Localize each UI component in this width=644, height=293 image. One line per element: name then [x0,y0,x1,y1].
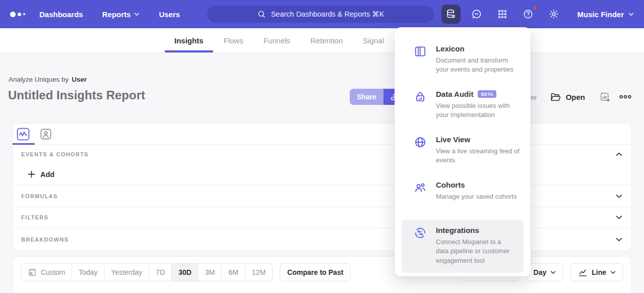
tab-insights[interactable]: Insights [174,28,204,52]
breadcrumb: Analyze Uniques byUser [0,53,644,83]
menu-item-description: Manage your saved cohorts [436,192,517,201]
interval-label: Day [534,268,547,276]
menu-item-title: Live View [436,135,521,144]
add-to-board-button[interactable] [599,91,611,103]
report-tabbar: Insights Flows Funnels Retention Signal … [0,28,644,53]
content-area: Analyze Uniques byUser Untitled Insights… [0,53,644,293]
chevron-down-icon [610,271,616,274]
events-cohorts-label: EVENTS & COHORTS [21,151,89,157]
share-button[interactable]: Share [350,89,383,105]
events-cohorts-section-header[interactable]: EVENTS & COHORTS [13,145,631,164]
project-name: Music Finder [577,10,624,19]
menu-item-live-view[interactable]: Live View View a live streaming feed of … [395,129,531,174]
query-builder-card: EVENTS & COHORTS Add FORMULAS FILTERS BR… [12,123,632,251]
calendar-icon [28,268,37,277]
chart-toolbar-card: Custom Today Yesterday 7D 30D 3M 6M 12M … [12,256,632,293]
chevron-down-icon[interactable] [616,215,622,219]
filters-label: FILTERS [21,214,48,220]
chart-type-select[interactable]: Line [570,263,623,281]
menu-item-title: Lexicon [436,44,521,53]
menu-item-title: Integrations [436,226,513,235]
menu-item-description: View possible issues with your implement… [436,101,521,120]
cohorts-icon [414,181,427,214]
nav-item-reports[interactable]: Reports [102,10,140,19]
range-yesterday-button[interactable]: Yesterday [105,264,150,281]
builder-view-tabs [13,124,631,145]
nav-item-users-label: Users [159,10,180,19]
data-management-button[interactable] [441,5,461,24]
plus-icon [28,170,35,178]
database-gear-icon [445,9,457,20]
chart-pulse-icon [17,128,30,141]
top-nav: Dashboards Reports Users Search Dashboar… [0,0,644,28]
nav-actions: Music Finder [441,5,634,24]
chevron-down-icon [550,271,556,274]
filters-section-header[interactable]: FILTERS [13,207,631,227]
range-30d-button[interactable]: 30D [172,264,199,281]
add-event-button[interactable]: Add [13,164,631,185]
globe-icon [414,135,427,168]
open-report-button[interactable]: Open [550,91,585,103]
nav-item-users[interactable]: Users [159,10,180,19]
notification-dot [533,6,538,11]
chevron-up-icon[interactable] [616,152,622,156]
report-actions: New Open [521,89,632,105]
analyze-label: Analyze Uniques by [9,76,69,83]
date-range-toolbar: Custom Today Yesterday 7D 30D 3M 6M 12M … [21,263,623,281]
breakdowns-section-header[interactable]: BREAKDOWNS [13,227,631,251]
beta-badge: BETA [478,90,496,98]
search-input[interactable]: Search Dashboards & Reports ⌘K [207,6,434,23]
mixpanel-logo-icon[interactable] [10,12,33,17]
folder-icon [550,91,561,103]
nav-item-dashboards-label: Dashboards [39,10,83,19]
search-icon [257,10,266,19]
range-12m-button[interactable]: 12M [245,264,272,281]
menu-item-integrations[interactable]: Integrations Connect Mixpanel to a data … [402,220,524,273]
menu-item-description: Document and transform your events and p… [436,56,521,75]
compare-to-past-button[interactable]: Compare to Past [280,263,351,281]
settings-button[interactable] [544,5,563,24]
profiles-view-tab[interactable] [40,128,52,140]
gear-icon [548,9,559,20]
nav-item-dashboards[interactable]: Dashboards [39,10,83,19]
integrations-icon [414,226,427,267]
board-add-icon [599,91,611,103]
range-3m-button[interactable]: 3M [199,264,222,281]
formulas-section-header[interactable]: FORMULAS [13,185,631,207]
menu-item-title: Data Audit BETA [436,90,521,98]
chevron-down-icon [628,13,634,16]
range-today-button[interactable]: Today [72,264,104,281]
nav-links: Dashboards Reports Users [39,10,180,19]
menu-item-cohorts[interactable]: Cohorts Manage your saved cohorts [395,174,531,220]
events-view-tab[interactable] [17,128,30,141]
message-bubble-icon [471,9,482,20]
apps-grid-button[interactable] [493,5,512,24]
range-custom-button[interactable]: Custom [21,264,72,281]
feedback-button[interactable] [467,5,486,24]
project-switcher[interactable]: Music Finder [577,10,634,19]
menu-item-description: View a live streaming feed of events [436,147,521,165]
tab-retention[interactable]: Retention [310,28,343,52]
chart-type-label: Line [592,268,606,276]
nav-item-reports-label: Reports [102,10,131,19]
open-label: Open [566,93,585,101]
menu-item-lexicon[interactable]: Lexicon Document and transform your even… [395,38,531,84]
tab-flows[interactable]: Flows [224,28,243,52]
range-6m-button[interactable]: 6M [222,264,245,281]
tab-signal[interactable]: Signal [363,28,384,52]
chevron-down-icon[interactable] [616,238,622,242]
range-7d-button[interactable]: 7D [149,264,172,281]
chevron-down-icon[interactable] [616,194,622,198]
more-menu-button[interactable] [619,94,632,100]
analyze-value[interactable]: User [72,76,87,83]
search-placeholder: Search Dashboards & Reports ⌘K [271,10,384,18]
help-button[interactable] [519,5,538,24]
ellipsis-icon [619,94,632,100]
menu-item-description: Connect Mixpanel to a data pipeline or c… [436,238,513,265]
interval-select[interactable]: Day [526,263,564,281]
app-screen: Dashboards Reports Users Search Dashboar… [0,0,644,293]
menu-item-data-audit[interactable]: Data Audit BETA View possible issues wit… [395,84,531,129]
tab-funnels[interactable]: Funnels [264,28,290,52]
breakdowns-label: BREAKDOWNS [21,237,69,243]
formulas-label: FORMULAS [21,193,58,199]
